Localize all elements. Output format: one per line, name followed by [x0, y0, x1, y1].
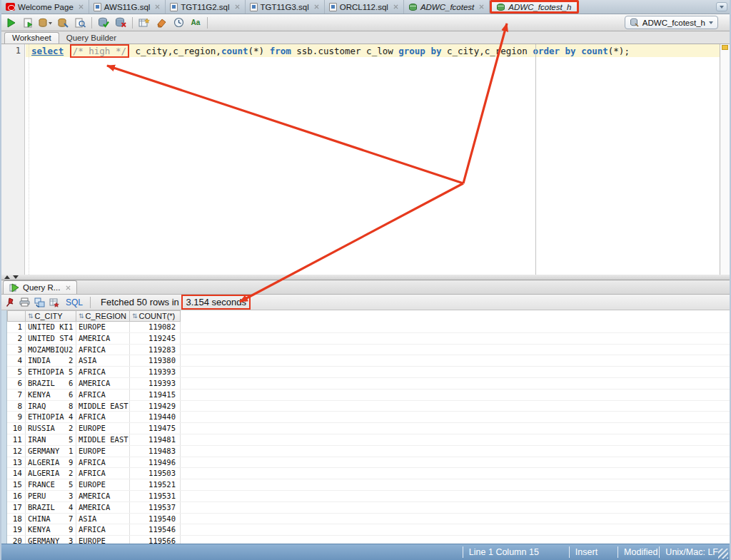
city-cell[interactable]: UNITED ST4 — [26, 333, 76, 344]
city-cell[interactable]: BRAZIL 6 — [26, 378, 76, 389]
region-cell[interactable]: AFRICA — [76, 468, 130, 479]
city-cell[interactable]: INDIA 2 — [26, 355, 76, 366]
city-cell[interactable]: ETHIOPIA 5 — [26, 367, 76, 377]
tab-adwc-fcotest[interactable]: ADWC_fcotest — [404, 0, 490, 14]
count-cell[interactable]: 119429 — [130, 401, 181, 412]
connection-selector[interactable]: ADWC_fcotest_h — [625, 16, 718, 29]
table-row[interactable]: 8 IRAQ 8 MIDDLE EAST 119429 — [7, 401, 730, 412]
region-cell[interactable]: EUROPE — [76, 423, 130, 434]
tab-orcl112[interactable]: ORCL112.sql — [325, 0, 404, 14]
clear-button[interactable] — [154, 16, 168, 30]
tab-query-builder[interactable]: Query Builder — [59, 33, 123, 44]
region-cell[interactable]: AFRICA — [76, 390, 130, 400]
close-icon[interactable] — [479, 4, 484, 9]
row-number-header[interactable] — [7, 310, 26, 322]
region-cell[interactable]: ASIA — [76, 514, 130, 524]
table-row[interactable]: 20 GERMANY 3 EUROPE 119566 — [7, 536, 730, 544]
city-cell[interactable]: MOZAMBIQU2 — [26, 345, 76, 355]
change-case-button[interactable]: Aa — [188, 16, 203, 30]
count-cell[interactable]: 119283 — [130, 345, 181, 355]
column-header-c-city[interactable]: ⇅ C_CITY — [26, 310, 76, 322]
table-row[interactable]: 6 BRAZIL 6 AMERICA 119393 — [7, 378, 730, 390]
close-icon[interactable] — [155, 4, 160, 9]
refresh-grid-icon[interactable] — [34, 297, 45, 307]
resize-grip[interactable] — [718, 549, 728, 559]
close-icon[interactable] — [66, 285, 71, 290]
sql-editor[interactable]: 1 select /* high */ c_city,c_region,coun… — [1, 44, 730, 275]
table-row[interactable]: 13 ALGERIA 9 AFRICA 119496 — [7, 457, 730, 469]
tab-welcome-page[interactable]: Welcome Page — [1, 0, 89, 14]
region-cell[interactable]: AMERICA — [76, 378, 130, 389]
run-statement-button[interactable] — [4, 16, 19, 30]
city-cell[interactable]: GERMANY 1 — [26, 446, 76, 457]
close-icon[interactable] — [235, 4, 240, 9]
column-header-count[interactable]: ⇅ COUNT(*) — [130, 310, 181, 322]
table-row[interactable]: 3 MOZAMBIQU2 AFRICA 119283 — [7, 345, 730, 356]
region-cell[interactable]: AFRICA — [76, 412, 130, 422]
city-cell[interactable]: KENYA 9 — [26, 524, 76, 535]
city-cell[interactable]: ETHIOPIA 4 — [26, 412, 76, 422]
count-cell[interactable]: 119540 — [130, 514, 181, 524]
region-cell[interactable]: MIDDLE EAST — [76, 434, 130, 445]
region-cell[interactable]: AMERICA — [76, 502, 130, 513]
pin-icon[interactable] — [6, 297, 15, 307]
table-row[interactable]: 7 KENYA 6 AFRICA 119415 — [7, 390, 730, 401]
close-icon[interactable] — [393, 4, 398, 9]
city-cell[interactable]: RUSSIA 2 — [26, 423, 76, 434]
city-cell[interactable]: FRANCE 5 — [26, 479, 76, 490]
run-script-button[interactable] — [21, 16, 36, 30]
rollback-button[interactable] — [114, 16, 128, 30]
count-cell[interactable]: 119440 — [130, 412, 181, 422]
region-cell[interactable]: EUROPE — [76, 479, 130, 490]
table-row[interactable]: 2 UNITED ST4 AMERICA 119245 — [7, 333, 730, 345]
table-row[interactable]: 18 CHINA 7 ASIA 119540 — [7, 514, 730, 525]
grid-body[interactable]: 1 UNITED KI1 EUROPE 119082 2 UNITED ST4 … — [7, 322, 730, 544]
column-header-c-region[interactable]: ⇅ C_REGION — [76, 310, 130, 322]
explain-plan-button[interactable] — [39, 16, 53, 30]
count-cell[interactable]: 119393 — [130, 378, 181, 389]
tab-worksheet[interactable]: Worksheet — [4, 32, 59, 44]
count-cell[interactable]: 119496 — [130, 457, 181, 468]
count-cell[interactable]: 119475 — [130, 423, 181, 434]
count-cell[interactable]: 119546 — [130, 524, 181, 535]
count-cell[interactable]: 119393 — [130, 367, 181, 377]
city-cell[interactable]: CHINA 7 — [26, 514, 76, 524]
count-cell[interactable]: 119503 — [130, 468, 181, 479]
city-cell[interactable]: KENYA 6 — [26, 390, 76, 400]
sql-tuning-advisor-button[interactable] — [73, 16, 87, 30]
table-row[interactable]: 5 ETHIOPIA 5 AFRICA 119393 — [7, 367, 730, 378]
city-cell[interactable]: ALGERIA 9 — [26, 457, 76, 468]
collapse-down-icon[interactable] — [13, 275, 19, 279]
region-cell[interactable]: AFRICA — [76, 345, 130, 355]
region-cell[interactable]: AFRICA — [76, 367, 130, 377]
region-cell[interactable]: AFRICA — [76, 524, 130, 535]
close-icon[interactable] — [314, 4, 319, 9]
count-cell[interactable]: 119483 — [130, 446, 181, 457]
count-cell[interactable]: 119537 — [130, 502, 181, 513]
table-row[interactable]: 19 KENYA 9 AFRICA 119546 — [7, 524, 730, 536]
count-cell[interactable]: 119415 — [130, 390, 181, 400]
region-cell[interactable]: AMERICA — [76, 333, 130, 344]
table-row[interactable]: 1 UNITED KI1 EUROPE 119082 — [7, 322, 730, 333]
tab-tgt11g2[interactable]: TGT11G2.sql — [166, 0, 245, 14]
city-cell[interactable]: IRAN 5 — [26, 434, 76, 445]
table-row[interactable]: 15 FRANCE 5 EUROPE 119521 — [7, 479, 730, 491]
tab-tgt11g3[interactable]: TGT11G3.sql — [246, 0, 325, 14]
count-cell[interactable]: 119481 — [130, 434, 181, 445]
region-cell[interactable]: EUROPE — [76, 446, 130, 457]
region-cell[interactable]: MIDDLE EAST — [76, 401, 130, 412]
panel-splitter[interactable] — [1, 275, 730, 280]
unshared-worksheet-button[interactable] — [137, 16, 151, 30]
table-row[interactable]: 11 IRAN 5 MIDDLE EAST 119481 — [7, 434, 730, 446]
close-icon[interactable] — [79, 4, 84, 9]
city-cell[interactable]: GERMANY 3 — [26, 536, 76, 544]
table-row[interactable]: 12 GERMANY 1 EUROPE 119483 — [7, 446, 730, 457]
sql-history-button[interactable] — [171, 16, 186, 30]
count-cell[interactable]: 119521 — [130, 479, 181, 490]
commit-button[interactable] — [96, 16, 111, 30]
region-cell[interactable]: EUROPE — [76, 322, 130, 332]
tab-adwc-fcotest-h[interactable]: ADWC_fcotest_h — [490, 0, 578, 14]
count-cell[interactable]: 119245 — [130, 333, 181, 344]
city-cell[interactable]: BRAZIL 4 — [26, 502, 76, 513]
table-row[interactable]: 17 BRAZIL 4 AMERICA 119537 — [7, 502, 730, 514]
